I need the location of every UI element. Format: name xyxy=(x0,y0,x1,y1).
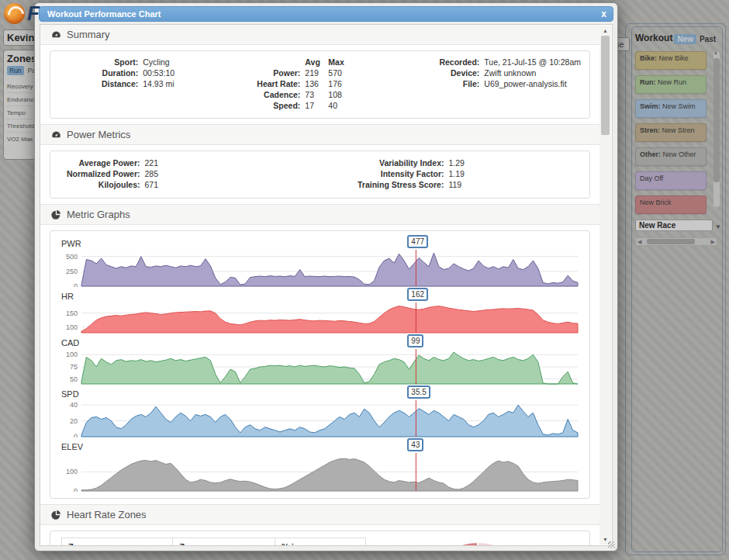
workout-template-card[interactable]: Other: New Other xyxy=(635,147,707,166)
section-header-summary: Summary xyxy=(40,25,599,45)
workout-template-card[interactable]: Swim: New Swim xyxy=(635,99,707,118)
section-title: Metric Graphs xyxy=(67,209,130,220)
zone-list-item: Tempo xyxy=(7,105,32,119)
chart-plot-hr[interactable]: 100150 xyxy=(55,302,579,334)
ytick-label: 100 xyxy=(66,468,78,475)
workout-performance-modal: Workout Performance Chart x Summary Spor… xyxy=(34,2,618,551)
pie-slice-vo2-max[interactable] xyxy=(437,542,478,545)
modal-scrollbar[interactable]: ▲ ▼ xyxy=(599,26,611,544)
power-metric-value: 119 xyxy=(446,179,466,190)
workout-template-card[interactable]: Run: New Run xyxy=(635,75,707,94)
scroll-left-icon[interactable]: ◀ xyxy=(637,239,641,245)
zones-list: RecoveryEnduranceTempoThresholdVO2 Max xyxy=(7,80,32,145)
section-title: Heart Rate Zones xyxy=(67,509,147,520)
summary-field-value: Zwift unknown xyxy=(482,67,583,78)
summary-field-label: Heart Rate: xyxy=(254,78,302,89)
card-prefix: Stren: xyxy=(640,126,660,134)
chart-label-spd: SPD xyxy=(61,389,79,400)
cursor-tooltip-spd: 35.5 xyxy=(407,385,430,399)
card-label: New Stren xyxy=(660,126,695,134)
horizontal-scrollbar[interactable]: ◀ ▶ xyxy=(635,237,717,246)
ytick-label: 100 xyxy=(66,351,78,358)
chart-plot-elev[interactable]: 0100 xyxy=(55,453,579,492)
summary-max-value: 108 xyxy=(326,89,349,100)
zone-list-item: Threshold xyxy=(7,119,32,132)
dashboard-icon xyxy=(51,130,61,140)
cursor-tooltip-hr: 162 xyxy=(407,288,428,301)
resize-grip[interactable] xyxy=(608,541,615,548)
power-metric-value: 671 xyxy=(143,179,161,190)
card-label: New Other xyxy=(661,150,696,158)
brand-letter: F xyxy=(27,2,38,26)
hr-zones-pie: Recovery44.9%Endurance8.2%Tempo14.7%Thre… xyxy=(385,538,579,545)
summary-max-value: 176 xyxy=(326,78,349,89)
hscroll-thumb[interactable] xyxy=(647,239,695,244)
chart-pwr: PWR4770250500 xyxy=(55,236,585,287)
power-metric-value: 1.29 xyxy=(446,157,466,168)
modal-title-bar[interactable]: Workout Performance Chart x xyxy=(39,6,613,22)
summary-max-value: 570 xyxy=(326,67,349,78)
chart-plot-cad[interactable]: 5075100 xyxy=(55,349,579,385)
chart-label-pwr: PWR xyxy=(61,238,81,250)
pie-slice-recovery[interactable] xyxy=(478,542,534,545)
card-label: New Run xyxy=(656,78,687,86)
chart-label-hr: HR xyxy=(61,291,74,302)
table-header: Zone xyxy=(62,538,173,546)
sidebar-scrollbar[interactable]: ▲ xyxy=(713,52,720,207)
summary-field-label: File: xyxy=(437,78,482,89)
workout-template-card[interactable]: Stren: New Stren xyxy=(635,123,707,142)
zones-tab-run[interactable]: Run xyxy=(7,66,24,75)
scroll-up-icon[interactable]: ▲ xyxy=(713,50,718,55)
summary-field-value: 14.93 mi xyxy=(140,78,177,89)
workout-template-card[interactable]: Day Off xyxy=(635,171,707,190)
card-label: Day Off xyxy=(640,175,663,182)
section-header-metric-graphs: Metric Graphs xyxy=(40,204,599,225)
chart-label-elev: ELEV xyxy=(61,441,83,453)
cursor-tooltip-elev: 43 xyxy=(407,438,423,451)
zone-list-item: Endurance xyxy=(7,92,32,105)
race-select[interactable]: New Race ▼ xyxy=(635,220,713,231)
scroll-right-icon[interactable]: ▶ xyxy=(711,239,715,245)
sidebar-scroll-thumb[interactable] xyxy=(713,58,720,182)
close-icon[interactable]: x xyxy=(601,7,606,21)
summary-avg-value: 136 xyxy=(302,78,326,89)
brand-swirl-icon xyxy=(4,3,25,24)
chart-cad: CAD995075100 xyxy=(55,335,585,385)
chart-hr: HR162100150 xyxy=(55,289,585,334)
user-name: Kevin xyxy=(7,32,34,43)
ytick-label: 0 xyxy=(74,282,78,287)
summary-panel: Sport:CyclingDuration:00:53:10Distance:1… xyxy=(50,50,590,119)
app-logo: F xyxy=(4,2,38,26)
cursor-tooltip-pwr: 477 xyxy=(407,235,428,248)
zone-list-item: VO2 Max xyxy=(7,132,32,145)
heart-rate-zones-panel: ZoneZone range% in zone1 - Recovery0-132… xyxy=(50,531,590,545)
summary-field-value: U69_power-analysis.fit xyxy=(482,78,583,89)
workout-template-card[interactable]: New Brick xyxy=(635,195,707,214)
chart-plot-spd[interactable]: 02040 xyxy=(55,400,579,437)
workout-tab-new[interactable]: New xyxy=(674,34,696,44)
chart-spd: SPD35.502040 xyxy=(55,386,585,437)
ytick-label: 0 xyxy=(74,433,78,437)
chart-plot-pwr[interactable]: 0250500 xyxy=(55,250,579,287)
workout-tab-past[interactable]: Past xyxy=(696,34,719,44)
summary-field-value: Cycling xyxy=(140,57,177,67)
zone-list-item: Recovery xyxy=(7,80,32,92)
card-label: New Swim xyxy=(661,102,696,110)
ytick-label: 20 xyxy=(70,417,78,425)
workout-template-card[interactable]: Bike: New Bike xyxy=(635,51,707,70)
summary-avg_header: Avg xyxy=(302,57,326,67)
chevron-down-icon[interactable]: ▼ xyxy=(715,223,721,230)
summary-field-label: Distance: xyxy=(99,78,140,89)
scroll-up-icon[interactable]: ▲ xyxy=(599,28,611,33)
section-header-heart-rate-zones: Heart Rate Zones xyxy=(40,504,599,525)
race-select-value: New Race xyxy=(639,221,675,230)
user-name-header: Kevin xyxy=(3,29,36,46)
summary-max_header: Max xyxy=(326,57,349,67)
summary-field-label: Cadence: xyxy=(254,89,302,100)
summary-field-label: Sport: xyxy=(99,57,140,67)
summary-field-label: Recorded: xyxy=(437,57,482,67)
hr-zones-table: ZoneZone range% in zone1 - Recovery0-132… xyxy=(61,538,366,545)
power-metrics-panel: Average Power:221Normalized Power:285Kil… xyxy=(50,150,590,199)
modal-scroll-thumb[interactable] xyxy=(601,36,610,135)
table-header: Zone range xyxy=(173,538,275,546)
